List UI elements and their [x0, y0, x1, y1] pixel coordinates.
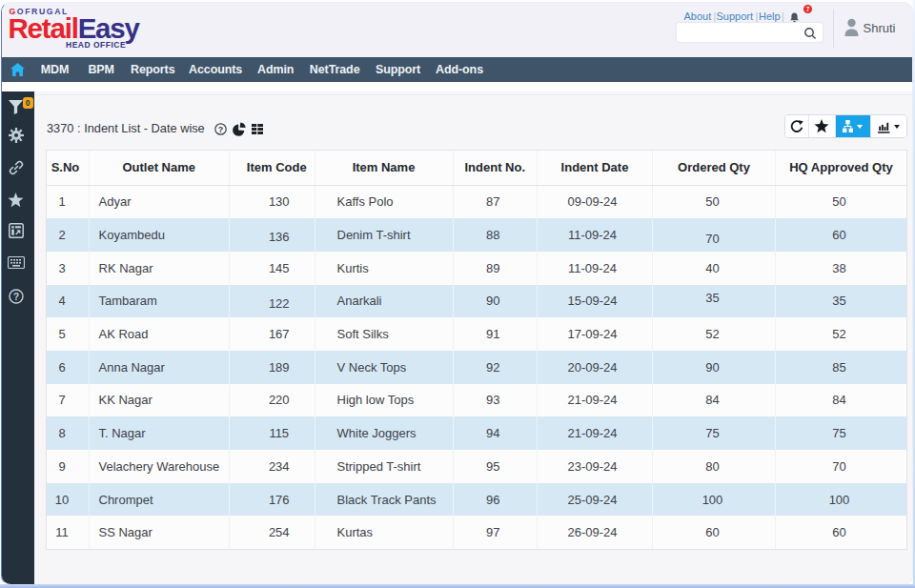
svg-text:?: ? [12, 291, 18, 301]
svg-text:?: ? [217, 125, 223, 134]
